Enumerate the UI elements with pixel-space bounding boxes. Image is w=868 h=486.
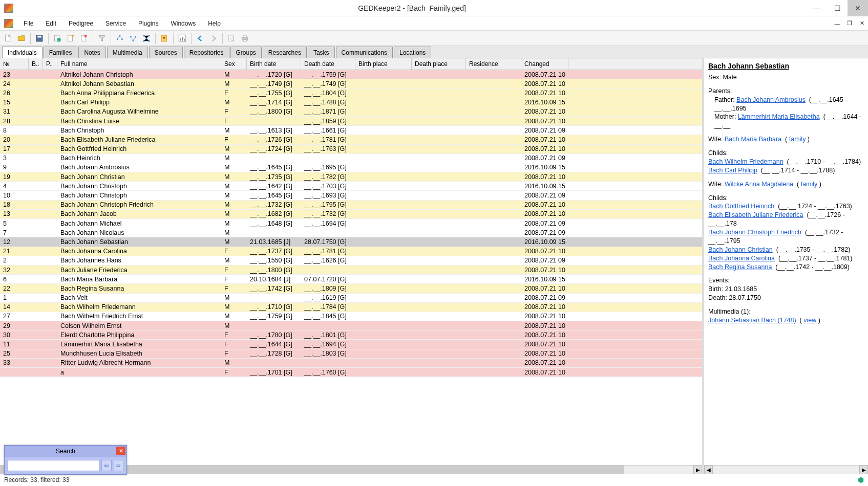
table-row[interactable]: 1Bach VeitM__.__.1619 [G]2008.07.21 09 xyxy=(0,294,702,303)
table-row[interactable]: 19Bach Johann ChristianM__.__.1735 [G]__… xyxy=(0,172,702,182)
col-header-p[interactable]: P.. xyxy=(43,58,57,70)
view-link[interactable]: view xyxy=(803,317,816,324)
tab-groups[interactable]: Groups xyxy=(230,47,262,58)
table-row[interactable]: 23Altnikol Johann ChristophM__.__.1720 [… xyxy=(0,70,702,79)
menu-plugins[interactable]: Plugins xyxy=(132,18,164,29)
table-row[interactable]: 11Lämmerhirt Maria ElisabethaF__.__.1644… xyxy=(0,340,702,349)
col-header-changed[interactable]: Changed xyxy=(521,58,568,70)
col-header-name[interactable]: Full name xyxy=(57,58,221,70)
add-record-button[interactable]: + xyxy=(51,32,63,45)
table-row[interactable]: 10Bach Johann ChristophM__.__.1645 [G]__… xyxy=(0,191,702,200)
table-row[interactable]: 22Bach Regina SusannaF__.__.1742 [G]__._… xyxy=(0,284,702,293)
stats-button[interactable] xyxy=(176,32,188,45)
search-close-button[interactable]: ✕ xyxy=(116,447,125,455)
menu-file[interactable]: File xyxy=(17,18,39,29)
table-row[interactable]: 20Bach Elisabeth Juliane FriedericaF__._… xyxy=(0,135,702,144)
scroll-right-icon[interactable]: ▶ xyxy=(859,466,868,474)
family2-link[interactable]: family xyxy=(801,181,818,188)
table-row[interactable]: 18Bach Johann Christoph FriedrichM__.__.… xyxy=(0,201,702,210)
menu-edit[interactable]: Edit xyxy=(39,18,62,29)
tab-communications[interactable]: Communications xyxy=(336,47,393,58)
scroll-right-icon[interactable]: ▶ xyxy=(693,466,702,474)
table-row[interactable]: 7Bach Johann NicolausM2008.07.21 09 xyxy=(0,228,702,237)
table-row[interactable]: 33Ritter Ludwig Albrecht HermannM2008.07… xyxy=(0,359,702,368)
col-header-birth[interactable]: Birth date xyxy=(247,58,301,70)
tab-individuals[interactable]: Individuals xyxy=(2,47,43,58)
child-link[interactable]: Bach Wilhelm Friedemann xyxy=(708,158,784,165)
table-row[interactable]: 26Bach Anna Philippiana FriedericaF__.__… xyxy=(0,89,702,98)
menu-service[interactable]: Service xyxy=(99,18,132,29)
child-link[interactable]: Bach Carl Philipp xyxy=(708,167,757,174)
mdi-close-button[interactable]: ✕ xyxy=(856,19,868,28)
menu-windows[interactable]: Windows xyxy=(164,18,202,29)
child-link[interactable]: Bach Elisabeth Juliane Friederica xyxy=(708,211,803,218)
child-link[interactable]: Bach Johann Christian xyxy=(708,246,773,253)
scroll-left-icon[interactable]: ◀ xyxy=(704,466,713,474)
tab-notes[interactable]: Notes xyxy=(78,47,105,58)
table-row[interactable]: 3Bach HeinrichM2008.07.21 09 xyxy=(0,154,702,163)
mdi-restore-button[interactable]: ❐ xyxy=(843,19,856,28)
tab-repositories[interactable]: Repositories xyxy=(184,47,229,58)
col-header-sex[interactable]: Sex xyxy=(221,58,247,70)
minimize-button[interactable]: — xyxy=(807,0,827,16)
preview-button[interactable] xyxy=(225,32,238,45)
table-row[interactable]: 28Bach Christina LuiseF__.__.1859 [G]200… xyxy=(0,117,702,126)
tree-ancestors-button[interactable] xyxy=(114,32,126,45)
open-file-button[interactable] xyxy=(15,32,28,45)
pedigree-button[interactable]: ▼ xyxy=(158,32,171,45)
menu-help[interactable]: Help xyxy=(202,18,227,29)
table-row[interactable]: 25Munchhusen Lucia ElisabethF__.__.1728 … xyxy=(0,349,702,359)
table-row[interactable]: 31Bach Carolina Augusta WilhelmineF__.__… xyxy=(0,107,702,117)
table-row[interactable]: 9Bach Johann AmbrosiusM__.__.1645 [G]__.… xyxy=(0,163,702,172)
search-input[interactable] xyxy=(8,460,99,471)
nav-back-button[interactable] xyxy=(194,32,206,45)
table-row[interactable]: 27Bach Wilhelm Friedrich ErnstM__.__.175… xyxy=(0,312,702,321)
child-link[interactable]: Bach Regina Susanna xyxy=(708,263,772,271)
child-link[interactable]: Bach Johann Christoph Friedrich xyxy=(708,229,801,236)
col-header-bplace[interactable]: Birth place xyxy=(355,58,412,70)
col-header-b[interactable]: B.. xyxy=(29,58,43,70)
grid-body[interactable]: 23Altnikol Johann ChristophM__.__.1720 [… xyxy=(0,70,702,465)
table-row[interactable]: 5Bach Johann MichaelM__.__.1648 [G]__.__… xyxy=(0,219,702,228)
child-link[interactable]: Bach Gottfried Heinrich xyxy=(708,203,774,210)
close-button[interactable]: ✕ xyxy=(848,0,868,16)
table-row[interactable]: 32Bach Juliane FriedericaF__.__.1800 [G]… xyxy=(0,266,702,275)
maximize-button[interactable]: ☐ xyxy=(827,0,848,16)
table-row[interactable]: aF__.__.1701 [G]__.__.1760 [G]2008.07.21… xyxy=(0,368,702,377)
search-next-button[interactable]: ⇨ xyxy=(114,460,124,471)
filter-button[interactable] xyxy=(96,32,108,45)
col-header-death[interactable]: Death date xyxy=(301,58,355,70)
menu-pedigree[interactable]: Pedigree xyxy=(62,18,99,29)
wife1-link[interactable]: Bach Maria Barbara xyxy=(725,136,781,143)
tab-locations[interactable]: Locations xyxy=(394,47,431,58)
wife2-link[interactable]: Wilcke Anna Magdalena xyxy=(725,181,793,188)
table-row[interactable]: 17Bach Gottfried HeinrichM__.__.1724 [G]… xyxy=(0,145,702,154)
tree-both-button[interactable] xyxy=(140,32,153,45)
table-row[interactable]: 2Bach Johannes HansM__.__.1550 [G]__.__.… xyxy=(0,256,702,266)
mother-link[interactable]: Lämmerhirt Maria Elisabetha xyxy=(738,113,820,120)
table-row[interactable]: 4Bach Johann ChristophM__.__.1642 [G]__.… xyxy=(0,182,702,191)
multimedia-link[interactable]: Johann Sebastian Bach (1748) xyxy=(708,317,796,324)
tab-tasks[interactable]: Tasks xyxy=(308,47,335,58)
tab-multimedia[interactable]: Multimedia xyxy=(107,47,148,58)
mdi-minimize-button[interactable]: — xyxy=(831,19,843,28)
child-link[interactable]: Bach Johanna Carolina xyxy=(708,255,775,262)
table-row[interactable]: 12Bach Johann SebastianM21.03.1685 [J]28… xyxy=(0,237,702,247)
tab-sources[interactable]: Sources xyxy=(149,47,183,58)
search-prev-button[interactable]: ⇦ xyxy=(101,460,112,471)
print-button[interactable] xyxy=(239,32,251,45)
father-link[interactable]: Bach Johann Ambrosius xyxy=(736,96,806,103)
col-header-no[interactable]: № xyxy=(0,58,29,70)
nav-forward-button[interactable] xyxy=(207,32,220,45)
table-row[interactable]: 14Bach Wilhelm FriedemannM__.__.1710 [G]… xyxy=(0,303,702,312)
table-row[interactable]: 15Bach Carl PhilippM__.__.1714 [G]__.__.… xyxy=(0,98,702,107)
tree-descendants-button[interactable] xyxy=(127,32,139,45)
table-row[interactable]: 13Bach Johann JacobM__.__.1682 [G]__.__.… xyxy=(0,210,702,219)
table-row[interactable]: 24Altnikol Johann SebastianM__.__.1749 [… xyxy=(0,79,702,89)
table-row[interactable]: 21Bach Johanna CarolinaF__.__.1737 [G]__… xyxy=(0,247,702,256)
tab-researches[interactable]: Researches xyxy=(263,47,307,58)
edit-record-button[interactable] xyxy=(65,32,77,45)
table-row[interactable]: 30Elerdt Charlotte PhilippinaF__.__.1780… xyxy=(0,330,702,340)
col-header-dplace[interactable]: Death place xyxy=(412,58,466,70)
detail-scrollbar[interactable]: ◀ ▶ xyxy=(704,465,868,474)
